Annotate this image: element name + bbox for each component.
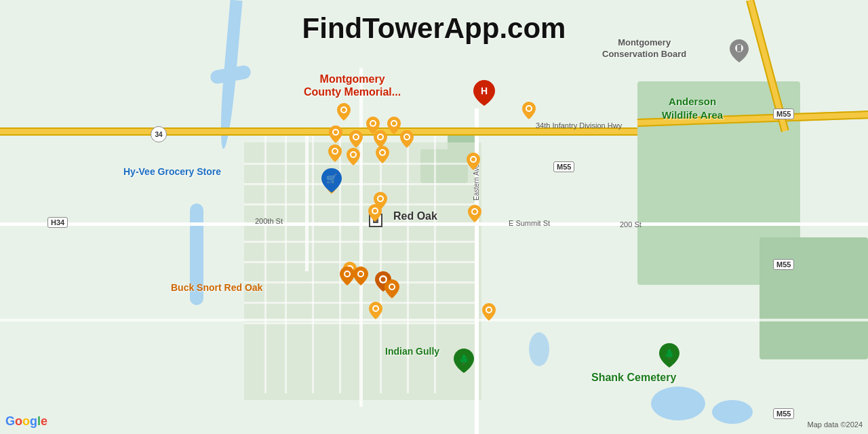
svg-text:🌲: 🌲	[458, 353, 470, 365]
marker-shank-cemetery[interactable]: 🌲	[659, 343, 679, 368]
marker-orange-4[interactable]	[384, 279, 399, 298]
marker-yellow-18[interactable]	[369, 302, 382, 319]
pond-southeast	[651, 387, 705, 420]
svg-point-1	[342, 108, 346, 112]
svg-point-37	[487, 308, 491, 312]
badge-hwy34: 34	[151, 126, 167, 142]
svg-point-19	[380, 151, 384, 155]
marker-yellow-19[interactable]	[482, 303, 496, 321]
label-anderson-wildlife: AndersonWildlife Area	[662, 95, 723, 121]
label-esummit: E Summit St	[509, 219, 550, 227]
svg-point-25	[373, 209, 377, 213]
svg-point-15	[333, 149, 337, 153]
badge-m55-bot: M55	[773, 408, 794, 419]
badge-m55-mid: M55	[553, 161, 574, 172]
svg-point-11	[378, 135, 382, 139]
svg-point-39	[345, 272, 349, 276]
svg-point-3	[371, 121, 375, 125]
marker-yellow-10[interactable]	[376, 146, 389, 163]
road-south	[0, 319, 868, 321]
label-200-st: 200 St	[620, 220, 642, 229]
svg-point-9	[354, 135, 358, 139]
marker-yellow-1[interactable]	[337, 103, 351, 121]
pond-southeast2	[712, 400, 753, 424]
svg-rect-48	[737, 45, 741, 52]
marker-yellow-5[interactable]	[349, 130, 363, 148]
map-attribution: Map data ©2024	[808, 420, 863, 429]
grid-v2	[285, 136, 287, 393]
marker-orange-1[interactable]	[340, 267, 355, 285]
marker-orange-2[interactable]	[353, 267, 368, 285]
badge-m55-top: M55	[773, 108, 794, 119]
road-central-v	[359, 68, 363, 407]
label-hyvee: Hy-Vee Grocery Store	[123, 166, 221, 177]
label-200th-st: 200th St	[255, 217, 283, 225]
svg-text:H: H	[481, 85, 488, 96]
marker-conservation[interactable]	[730, 39, 749, 62]
svg-point-17	[351, 153, 355, 157]
google-logo: G o o g l e	[5, 414, 47, 429]
label-indian-gully: Indian Gully	[385, 346, 439, 357]
svg-point-45	[390, 285, 394, 289]
marker-yellow-9[interactable]	[347, 148, 360, 165]
map-container[interactable]: FindTowerApp.com 34 H34 M55 M55 M55 M55 …	[0, 0, 868, 434]
marker-yellow-4[interactable]	[329, 125, 342, 143]
marker-yellow-13[interactable]	[368, 204, 382, 222]
road-v2	[305, 136, 309, 271]
marker-yellow-7[interactable]	[400, 130, 414, 148]
marker-hospital[interactable]: H	[473, 80, 495, 106]
site-title: FindTowerApp.com	[302, 12, 566, 45]
svg-text:🌲: 🌲	[664, 348, 675, 359]
svg-text:🛒: 🛒	[326, 173, 338, 184]
grid-v3	[312, 136, 314, 393]
label-shank-cemetery: Shank Cemetery	[591, 372, 676, 384]
label-montgomery-hospital: MontgomeryCounty Memorial...	[304, 73, 401, 98]
svg-point-23	[378, 197, 382, 201]
grid-v1	[264, 136, 267, 393]
marker-hyvee[interactable]: 🛒	[321, 168, 342, 193]
label-34th-infantry: 34th Infantry Division Hwy	[536, 121, 622, 130]
road-200th-st	[0, 222, 868, 226]
badge-h34: H34	[47, 217, 68, 228]
svg-point-13	[405, 135, 409, 139]
green-area-right	[760, 237, 868, 359]
label-buck-snort: Buck Snort Red Oak	[171, 282, 262, 293]
grid-v5	[380, 136, 382, 393]
svg-point-5	[392, 121, 396, 125]
marker-yellow-15[interactable]	[468, 205, 481, 222]
svg-point-27	[471, 157, 475, 161]
svg-point-31	[527, 106, 531, 111]
creek	[529, 332, 549, 366]
marker-yellow-8[interactable]	[328, 144, 342, 162]
marker-yellow-3[interactable]	[387, 117, 401, 134]
svg-point-7	[334, 130, 338, 134]
marker-indian-gully[interactable]: 🌲	[454, 349, 474, 373]
badge-m55-right: M55	[773, 259, 794, 270]
label-montgomery-conservation: MontgomeryConservation Board	[602, 37, 686, 60]
marker-yellow-14[interactable]	[467, 153, 480, 170]
svg-point-29	[473, 210, 477, 214]
svg-point-35	[374, 307, 378, 311]
label-red-oak: Red Oak	[393, 210, 437, 222]
svg-point-41	[359, 272, 363, 276]
marker-yellow-16[interactable]	[522, 102, 536, 119]
